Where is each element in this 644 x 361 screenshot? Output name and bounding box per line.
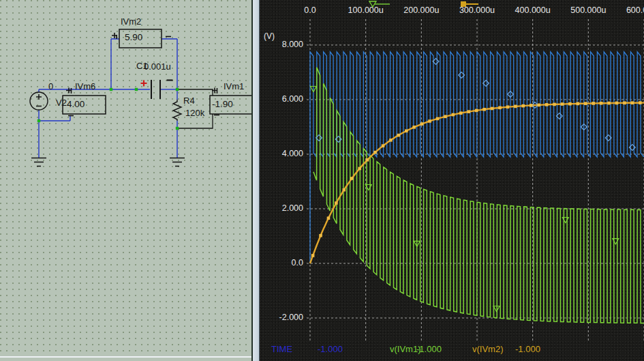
ivm2-ref-label[interactable]: IVm2 <box>121 17 141 27</box>
ivm1-reading: -1.90 <box>212 100 233 109</box>
ground-v2[interactable] <box>31 158 46 167</box>
schematic-vscrollbar[interactable] <box>253 0 260 361</box>
schematic-editor[interactable]: IVm2 5.90 C1 0.001u 0 IVm6 V2 4.00 R4 12… <box>0 0 251 361</box>
x-tick-label: 600.000u <box>613 5 644 15</box>
x-tick-label: 200.000u <box>390 5 452 15</box>
legend-marker-ivm2 <box>460 0 479 8</box>
ivm6-reading: 4.00 <box>67 100 85 109</box>
legend-value-ivm2: -1.000 <box>515 344 540 354</box>
r4-value-label[interactable]: 120k <box>185 109 204 118</box>
v2-ref-label[interactable]: V2 <box>56 98 67 108</box>
y-tick-label: -2.000 <box>261 313 303 322</box>
wire-ivm1-plus[interactable] <box>177 89 213 96</box>
wire-ivm6-return[interactable] <box>39 115 70 121</box>
ivm6-ref-label[interactable]: IVm6 <box>75 82 95 91</box>
schematic-canvas <box>0 0 251 361</box>
legend-marker-ivm1 <box>369 0 390 8</box>
legend-label-ivm2[interactable]: v(IVm2) <box>472 344 504 354</box>
y-tick-label: 8.000 <box>261 40 303 49</box>
resistor-r4[interactable] <box>173 100 181 121</box>
y-tick-label: 6.000 <box>261 94 303 104</box>
x-tick-label: 400.000u <box>502 5 564 15</box>
y-tick-label: 0.0 <box>261 258 303 268</box>
schematic-hscrollbar[interactable] <box>0 356 251 358</box>
app-window: IVm2 5.90 C1 0.001u 0 IVm6 V2 4.00 R4 12… <box>0 0 644 361</box>
x-tick-label: 500.000u <box>557 5 619 15</box>
waveform-v-ivm1[interactable] <box>313 68 644 323</box>
junction-dots <box>37 88 179 130</box>
y-axis-unit-label: (V) <box>264 31 275 41</box>
node-0-label: 0 <box>48 82 53 91</box>
r4-ref-label[interactable]: R4 <box>183 96 195 106</box>
ivm2-reading: 5.90 <box>125 33 142 42</box>
legend-label-time[interactable]: TIME <box>271 344 292 354</box>
ivm1-ref-label[interactable]: IVm1 <box>224 82 244 91</box>
ground-r4[interactable] <box>170 158 185 167</box>
waveform-canvas <box>260 0 644 361</box>
y-tick-label: 2.000 <box>261 203 303 213</box>
x-tick-label: 0.0 <box>279 5 341 15</box>
meter-polarity-marks <box>66 33 219 116</box>
legend-value-ivm1: -1.000 <box>416 344 442 354</box>
source-plus-mark <box>36 94 42 100</box>
waveform-viewer[interactable]: 0.0100.000u200.000u300.000u400.000u500.0… <box>260 0 644 361</box>
capacitor-c1[interactable] <box>151 80 160 99</box>
legend-value-time: -1.000 <box>318 344 343 354</box>
y-tick-label: 4.000 <box>261 149 303 158</box>
wire-ivm2-plus[interactable] <box>111 39 119 89</box>
cap-plus-polarity-mark <box>141 81 147 87</box>
c1-value-label[interactable]: 0.001u <box>144 62 171 72</box>
voltage-source-v2[interactable] <box>30 92 48 110</box>
